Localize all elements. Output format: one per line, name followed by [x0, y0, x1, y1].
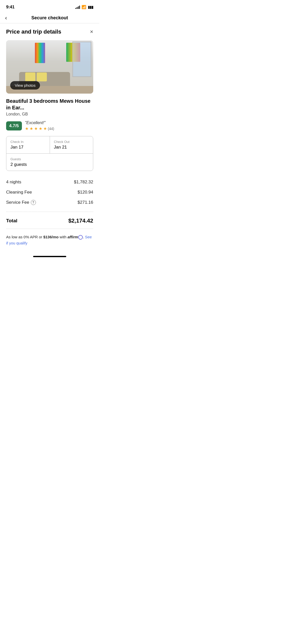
- nav-bar: ‹ Secure checkout: [0, 13, 99, 23]
- rating-row: 4.7/5 "Excellent!" ★ ★ ★ ★ ★ (44): [6, 121, 93, 131]
- checkin-date: Jan 17: [10, 145, 46, 150]
- guests-cell[interactable]: Guests 2 guests: [6, 154, 93, 171]
- affirm-circle-icon: [78, 235, 83, 240]
- checkout-date: Jan 21: [54, 145, 89, 150]
- affirm-middle: with: [59, 235, 67, 239]
- star-4: ★: [39, 126, 42, 131]
- checkin-cell[interactable]: Check In Jan 17: [6, 136, 50, 153]
- service-fee-help-icon[interactable]: ?: [31, 200, 36, 205]
- dates-row: Check In Jan 17 Check Out Jan 21: [6, 136, 93, 154]
- nav-title: Secure checkout: [31, 15, 68, 21]
- total-divider: [6, 229, 93, 229]
- home-indicator: [0, 253, 99, 259]
- property-name: Beautiful 3 bedrooms Mews House in Ear..…: [6, 98, 93, 111]
- affirm-prefix: As low as 0% APR or: [6, 235, 43, 239]
- price-breakdown: 4 nights $1,782.32 Cleaning Fee $120.94 …: [6, 177, 93, 208]
- status-icons: 📶 ▮▮▮: [75, 5, 93, 9]
- star-half: ★: [43, 126, 47, 131]
- service-label: Service Fee ?: [6, 200, 36, 205]
- cleaning-label: Cleaning Fee: [6, 190, 32, 195]
- close-button[interactable]: ×: [90, 28, 93, 35]
- property-image-container: View photos: [6, 40, 93, 94]
- review-count: (44): [48, 127, 54, 131]
- artwork-left: [35, 43, 45, 63]
- affirm-monthly: $136/mo: [43, 235, 59, 239]
- window: [72, 41, 91, 77]
- wifi-icon: 📶: [82, 5, 86, 9]
- total-row: Total $2,174.42: [6, 214, 93, 228]
- affirm-section: As low as 0% APR or $136/mo with affirm.…: [6, 230, 93, 248]
- status-bar: 9:41 📶 ▮▮▮: [0, 0, 99, 13]
- main-content: Price and trip details × View photos Bea…: [0, 23, 99, 253]
- sofa-cushion-right: [37, 72, 47, 81]
- rating-label: "Excellent!": [25, 121, 54, 125]
- view-photos-button[interactable]: View photos: [10, 81, 40, 90]
- checkout-label: Check Out: [54, 140, 89, 144]
- affirm-brand: affirm: [67, 235, 78, 239]
- total-label: Total: [6, 218, 17, 224]
- star-2: ★: [30, 126, 33, 131]
- total-value: $2,174.42: [68, 217, 93, 224]
- rating-badge: 4.7/5: [6, 121, 22, 130]
- back-button[interactable]: ‹: [5, 15, 7, 21]
- section-header: Price and trip details ×: [6, 28, 93, 35]
- star-3: ★: [34, 126, 38, 131]
- cleaning-row: Cleaning Fee $120.94: [6, 187, 93, 197]
- dates-box: Check In Jan 17 Check Out Jan 21 Guests …: [6, 136, 93, 171]
- battery-icon: ▮▮▮: [88, 5, 93, 9]
- price-divider: [6, 212, 93, 212]
- home-bar: [33, 256, 66, 257]
- property-location: London, GB: [6, 112, 93, 116]
- rating-info: "Excellent!" ★ ★ ★ ★ ★ (44): [25, 121, 54, 131]
- section-title: Price and trip details: [6, 28, 61, 35]
- service-value: $271.16: [78, 200, 93, 205]
- signal-icon: [75, 5, 80, 9]
- service-row: Service Fee ? $271.16: [6, 197, 93, 208]
- status-time: 9:41: [6, 5, 15, 10]
- guests-value: 2 guests: [10, 162, 89, 167]
- guests-label: Guests: [10, 157, 89, 161]
- nights-row: 4 nights $1,782.32: [6, 177, 93, 187]
- cleaning-value: $120.94: [78, 190, 93, 195]
- nights-value: $1,782.32: [74, 180, 93, 185]
- checkout-cell[interactable]: Check Out Jan 21: [50, 136, 93, 153]
- checkin-label: Check In: [10, 140, 46, 144]
- sofa-cushion-left: [25, 72, 35, 81]
- star-1: ★: [25, 126, 29, 131]
- stars-row: ★ ★ ★ ★ ★ (44): [25, 126, 54, 131]
- nights-label: 4 nights: [6, 180, 21, 185]
